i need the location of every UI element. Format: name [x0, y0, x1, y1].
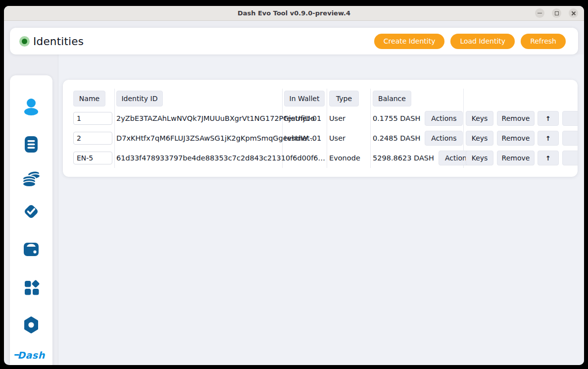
balance-cell: 5298.8623 DASH Actions [373, 150, 477, 166]
dash-logo[interactable]: Dash [10, 350, 52, 361]
contracts-document-icon [20, 134, 42, 156]
window-controls [535, 8, 578, 18]
header-name[interactable]: Name [73, 91, 105, 106]
header-type[interactable]: Type [329, 91, 359, 106]
name-input[interactable] [73, 132, 112, 145]
sidebar: Dash Testnet [10, 75, 52, 365]
in-wallet-cell: testnet-01 [284, 130, 321, 146]
keys-button[interactable]: Keys [466, 151, 493, 165]
name-input[interactable] [73, 152, 112, 164]
header-identity-id[interactable]: Identity ID [116, 91, 163, 106]
proof-check-icon [20, 201, 42, 222]
identity-id-cell: 2yZbE3TAZAhLwNVQk7JMUUuBXgrVt1NG172PGjeU… [116, 110, 281, 126]
actions-button[interactable]: Actions [425, 131, 463, 146]
remove-button[interactable]: Remove [497, 151, 535, 165]
close-icon [571, 11, 576, 16]
extra-action-button[interactable] [562, 131, 578, 146]
header-panel: Identities Create Identity Load Identity… [10, 28, 578, 54]
sidebar-item-proofs[interactable] [20, 201, 42, 222]
sidebar-item-wallet[interactable] [20, 238, 42, 260]
close-button[interactable] [569, 8, 578, 18]
type-cell: User [329, 130, 345, 146]
table-row: D7xKHtfx7qM6FLUJ3ZSAwSG1jK2gKpmSmqGgevhd… [63, 130, 578, 146]
dash-logo-text: Dash [17, 350, 45, 361]
extra-action-button[interactable] [562, 111, 578, 126]
type-cell: Evonode [329, 150, 360, 166]
window-title: Dash Evo Tool v0.9.0-preview.4 [238, 9, 350, 17]
extra-action-button[interactable] [562, 151, 578, 165]
move-up-button[interactable]: ↑ [538, 151, 559, 165]
balance-value: 0.1755 DASH [373, 114, 420, 122]
type-cell: User [329, 110, 345, 126]
balance-value: 0.2485 DASH [373, 134, 420, 142]
app-window: Dash Evo Tool v0.9.0-preview.4 Identitie… [4, 6, 584, 365]
minimize-button[interactable] [535, 8, 544, 18]
create-identity-button[interactable]: Create Identity [374, 34, 445, 49]
name-input[interactable] [73, 112, 112, 125]
wallet-icon [20, 238, 42, 260]
sidebar-item-tools[interactable] [20, 314, 42, 335]
identities-table-panel: Name Identity ID In Wallet Type Balance … [63, 80, 578, 177]
actions-button[interactable]: Actions [425, 111, 463, 126]
sidebar-item-identities[interactable] [20, 96, 42, 118]
header-in-wallet[interactable]: In Wallet [284, 91, 325, 106]
title-bar: Dash Evo Tool v0.9.0-preview.4 [4, 6, 584, 21]
identity-person-icon [20, 96, 42, 118]
move-up-button[interactable]: ↑ [538, 131, 559, 146]
table-row: 2yZbE3TAZAhLwNVQk7JMUUuBXgrVt1NG172PGjeU… [63, 110, 578, 126]
apps-grid-icon [20, 276, 42, 298]
network-label: Testnet [10, 364, 52, 365]
network-status-icon [19, 36, 30, 47]
remove-button[interactable]: Remove [497, 111, 535, 126]
tokens-coins-icon [20, 167, 42, 189]
maximize-button[interactable] [552, 8, 561, 18]
move-up-button[interactable]: ↑ [538, 111, 559, 126]
balance-cell: 0.1755 DASH Actions [373, 110, 463, 126]
page-title: Identities [33, 35, 84, 48]
remove-button[interactable]: Remove [497, 131, 535, 146]
header-balance[interactable]: Balance [373, 91, 411, 106]
table-row: 61d33f478933797be4de88353c7c2d843c21310f… [63, 150, 578, 166]
in-wallet-cell: testnet-01 [284, 110, 321, 126]
refresh-button[interactable]: Refresh [521, 34, 566, 49]
header-buttons: Create Identity Load Identity Refresh [374, 34, 566, 49]
tools-nut-icon [20, 314, 42, 335]
dash-logo-bar [14, 354, 19, 356]
sidebar-item-contracts[interactable] [20, 134, 42, 156]
balance-cell: 0.2485 DASH Actions [373, 130, 463, 146]
keys-button[interactable]: Keys [466, 131, 493, 146]
sidebar-item-tokens[interactable] [20, 167, 42, 189]
maximize-icon [555, 11, 559, 15]
identity-id-cell: D7xKHtfx7qM6FLUJ3ZSAwSG1jK2gKpmSmqGgevhd… [116, 130, 281, 146]
identity-id-cell: 61d33f478933797be4de88353c7c2d843c21310f… [116, 150, 281, 166]
balance-value: 5298.8623 DASH [373, 154, 434, 162]
keys-button[interactable]: Keys [466, 111, 493, 126]
sidebar-item-apps[interactable] [20, 276, 42, 298]
minimize-icon [538, 13, 542, 14]
load-identity-button[interactable]: Load Identity [450, 34, 515, 49]
content-area: Identities Create Identity Load Identity… [4, 21, 584, 365]
